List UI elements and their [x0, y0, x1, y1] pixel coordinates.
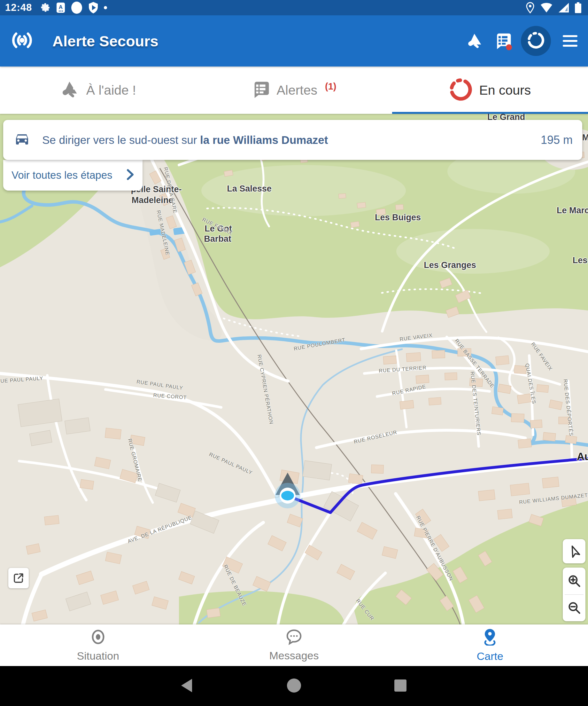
map[interactable]: Le GrandMLa Salessepelle Sainte-Madelein…	[0, 114, 588, 624]
building	[130, 435, 145, 445]
building	[26, 544, 41, 554]
building	[76, 571, 94, 585]
building	[179, 572, 195, 584]
screen: 12:48 A Aler	[0, 0, 588, 706]
android-navigation-bar	[0, 666, 588, 706]
building	[416, 375, 429, 384]
building	[133, 581, 149, 594]
building	[492, 407, 504, 415]
building	[155, 483, 180, 502]
instruction-street: la rue Williams Dumazet	[200, 134, 328, 146]
navigation-arrow-icon	[567, 544, 582, 559]
zoom-in-button[interactable]	[563, 567, 585, 594]
building	[428, 397, 441, 405]
open-in-new-icon	[12, 572, 25, 584]
building	[514, 365, 526, 374]
all-steps-link[interactable]: Voir toutes les étapes	[3, 160, 142, 191]
building	[498, 384, 511, 394]
android-home-button[interactable]	[286, 678, 302, 695]
tab-a-laide[interactable]: À l'aide !	[0, 67, 196, 114]
notification-dot-icon	[103, 6, 108, 10]
tab-label: À l'aide !	[86, 83, 136, 98]
chat-bubble-icon	[286, 629, 302, 646]
building	[101, 591, 119, 605]
wifi-icon	[540, 2, 553, 13]
active-tab-indicator-circle[interactable]	[521, 26, 551, 56]
bottom-nav: Situation Messages Carte	[0, 624, 588, 666]
bottom-nav-messages[interactable]: Messages	[196, 624, 392, 666]
building	[496, 356, 509, 365]
bottom-nav-label: Situation	[77, 650, 119, 662]
building	[433, 534, 449, 552]
tab-alertes[interactable]: Alertes (1)	[196, 67, 392, 114]
building	[337, 564, 355, 580]
chat-list-button[interactable]	[494, 32, 512, 50]
app-bar: Alerte Secours	[0, 15, 588, 67]
building	[206, 608, 220, 618]
building	[561, 496, 576, 507]
tab-bar: À l'aide ! Alertes (1) En cours	[0, 67, 588, 114]
map-pin-icon	[482, 628, 498, 647]
locate-me-button[interactable]	[563, 539, 585, 563]
zoom-out-button[interactable]	[563, 595, 585, 622]
building	[357, 522, 377, 539]
zoom-controls	[563, 567, 585, 621]
bottom-nav-carte[interactable]: Carte	[392, 624, 588, 666]
building	[565, 435, 577, 444]
building	[400, 400, 414, 409]
building	[415, 509, 431, 526]
record-circle-icon	[70, 1, 83, 14]
svg-text:A: A	[59, 4, 62, 10]
bottom-nav-label: Messages	[269, 650, 319, 662]
building	[458, 349, 471, 356]
progress-spinner-icon	[449, 78, 473, 103]
zoom-out-icon	[567, 601, 581, 615]
building	[382, 546, 397, 559]
building	[414, 528, 428, 539]
hamburger-menu-button[interactable]	[561, 32, 579, 50]
building	[371, 465, 384, 473]
instruction-distance: 195 m	[541, 133, 573, 147]
progress-spinner-icon	[527, 31, 545, 50]
signal-icon	[558, 2, 570, 13]
android-recents-button[interactable]	[394, 679, 407, 694]
building	[95, 457, 111, 469]
building	[339, 193, 346, 199]
tab-label: Alertes	[277, 83, 317, 98]
navigation-instruction-card[interactable]: Se diriger vers le sud-ouest sur la rue …	[3, 120, 582, 160]
alert-list-icon	[252, 80, 270, 100]
building	[549, 400, 562, 409]
building	[106, 552, 122, 564]
shield-play-icon	[88, 2, 98, 14]
status-time: 12:48	[5, 2, 32, 13]
building	[445, 372, 457, 380]
building	[395, 204, 403, 210]
building	[80, 479, 94, 489]
status-bar: 12:48 A	[0, 0, 588, 15]
bottom-nav-situation[interactable]: Situation	[0, 624, 196, 666]
building	[178, 503, 195, 518]
building	[32, 610, 48, 621]
building	[253, 577, 271, 592]
building	[303, 461, 332, 480]
building	[517, 394, 531, 403]
instruction-text: Se diriger vers le sud-ouest sur la rue …	[42, 134, 534, 147]
building	[530, 420, 542, 428]
zoom-in-icon	[567, 574, 581, 588]
building	[478, 489, 495, 501]
auto-mode-icon: A	[56, 2, 65, 13]
tab-en-cours[interactable]: En cours	[392, 67, 588, 114]
car-icon	[15, 133, 30, 147]
open-in-new-button[interactable]	[8, 568, 29, 588]
building	[105, 428, 121, 439]
building	[498, 509, 513, 519]
android-back-button[interactable]	[180, 678, 193, 694]
location-pin-icon	[526, 2, 535, 14]
building	[406, 352, 421, 362]
building	[511, 414, 524, 422]
active-tab-underline	[392, 112, 588, 114]
building	[558, 417, 570, 424]
building	[537, 384, 549, 393]
building	[287, 514, 303, 527]
megaphone-button[interactable]	[466, 32, 484, 50]
